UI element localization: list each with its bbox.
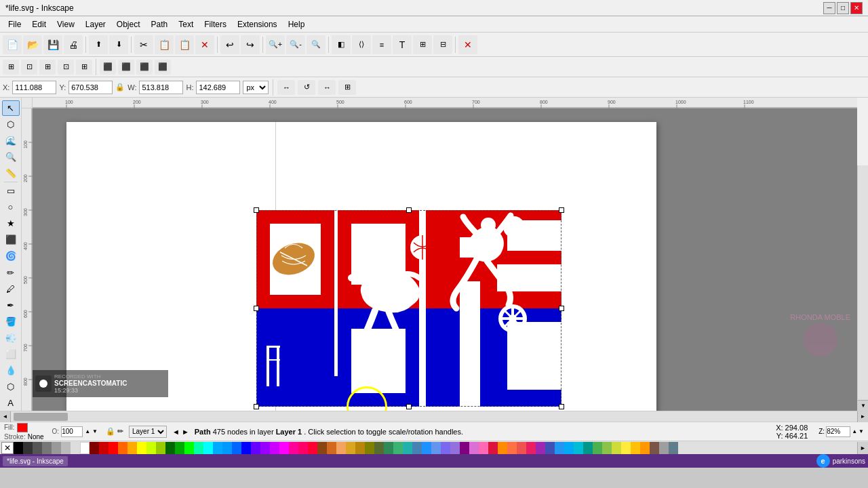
menu-edit[interactable]: Edit xyxy=(26,18,52,30)
layers-button[interactable]: ≡ xyxy=(372,35,391,54)
layer-prev-btn[interactable]: ◄ xyxy=(172,428,180,436)
fill-stroke-button[interactable]: ◧ xyxy=(332,35,351,54)
align-right-btn[interactable]: ⬛ xyxy=(136,60,153,75)
w-input[interactable] xyxy=(139,81,183,94)
palette-scroll-btn[interactable]: ► xyxy=(857,442,868,454)
color-swatch[interactable] xyxy=(669,442,678,454)
opacity-up-btn[interactable]: ▲ xyxy=(85,428,90,434)
handle-ml[interactable] xyxy=(254,306,259,311)
node-tool[interactable]: ⬡ xyxy=(2,117,20,132)
h-input[interactable] xyxy=(196,81,240,94)
snap-btn-2[interactable]: ⊡ xyxy=(21,60,37,75)
y-input[interactable] xyxy=(68,81,113,94)
opacity-input[interactable] xyxy=(61,426,83,437)
star-tool[interactable]: ★ xyxy=(2,216,20,231)
color-swatch[interactable] xyxy=(365,442,374,454)
color-swatch[interactable] xyxy=(127,442,137,454)
minimize-button[interactable]: ─ xyxy=(823,2,835,14)
taskbar-app[interactable]: *life.svg - Inkscape xyxy=(3,456,68,466)
artwork-container[interactable] xyxy=(256,210,561,407)
color-swatch[interactable] xyxy=(251,442,260,454)
zoom-up-btn[interactable]: ▲ xyxy=(852,428,857,434)
zoom-fit-button[interactable]: 🔍 xyxy=(307,35,326,54)
color-swatch[interactable] xyxy=(564,442,574,454)
color-swatch[interactable] xyxy=(222,442,232,454)
delete-button[interactable]: ✕ xyxy=(195,35,214,54)
redo-button[interactable]: ↪ xyxy=(241,35,260,54)
export-button[interactable]: ⬇ xyxy=(109,35,128,54)
scrollbar-h-thumb[interactable] xyxy=(14,413,68,421)
layer-next-btn[interactable]: ► xyxy=(182,428,189,436)
rect-tool[interactable]: ▭ xyxy=(2,183,20,199)
color-swatch[interactable] xyxy=(327,442,336,454)
paste-button[interactable]: 📋 xyxy=(175,35,194,54)
color-swatch[interactable] xyxy=(469,442,479,454)
measure-tool[interactable]: 📏 xyxy=(2,165,20,181)
color-swatch[interactable] xyxy=(403,442,412,454)
color-swatch[interactable] xyxy=(118,442,127,454)
color-swatch[interactable] xyxy=(14,442,23,454)
color-swatch[interactable] xyxy=(80,442,90,454)
color-swatch[interactable] xyxy=(23,442,33,454)
open-button[interactable]: 📂 xyxy=(23,35,42,54)
color-swatch[interactable] xyxy=(260,442,270,454)
handle-br[interactable] xyxy=(559,404,564,409)
menu-object[interactable]: Object xyxy=(111,18,146,30)
color-swatch[interactable] xyxy=(526,442,536,454)
zoom-down-btn[interactable]: ▼ xyxy=(859,428,864,434)
pencil-tool[interactable]: ✏ xyxy=(2,265,20,281)
menu-view[interactable]: View xyxy=(52,18,80,30)
color-swatch[interactable] xyxy=(194,442,203,454)
menu-layer[interactable]: Layer xyxy=(80,18,111,30)
color-swatch[interactable] xyxy=(593,442,602,454)
select-tool[interactable]: ↖ xyxy=(2,100,20,116)
color-swatch[interactable] xyxy=(602,442,612,454)
color-swatch[interactable] xyxy=(488,442,498,454)
color-swatch[interactable] xyxy=(156,442,165,454)
zoom-out-button[interactable]: 🔍- xyxy=(286,35,305,54)
color-swatch[interactable] xyxy=(555,442,564,454)
color-swatch[interactable] xyxy=(279,442,289,454)
import-button[interactable]: ⬆ xyxy=(89,35,108,54)
zoom-tool[interactable]: 🔍 xyxy=(2,149,20,165)
color-swatch[interactable] xyxy=(640,442,650,454)
color-swatch[interactable] xyxy=(71,442,80,454)
xml-editor-button[interactable]: ⟨⟩ xyxy=(352,35,371,54)
color-swatch[interactable] xyxy=(583,442,593,454)
print-button[interactable]: 🖨 xyxy=(64,35,83,54)
color-swatch[interactable] xyxy=(393,442,403,454)
handle-bl[interactable] xyxy=(254,404,259,409)
close-button[interactable]: ✕ xyxy=(850,2,863,14)
color-swatch[interactable] xyxy=(384,442,393,454)
color-swatch[interactable] xyxy=(42,442,52,454)
snap-btn-3[interactable]: ⊞ xyxy=(39,60,56,75)
menu-path[interactable]: Path xyxy=(146,18,174,30)
no-color-swatch[interactable]: ✕ xyxy=(1,442,14,454)
save-button[interactable]: 💾 xyxy=(43,35,62,54)
snap-btn-5[interactable]: ⊞ xyxy=(76,60,92,75)
tweak-tool[interactable]: 🌊 xyxy=(2,133,20,148)
undo-button[interactable]: ↩ xyxy=(220,35,239,54)
unit-select[interactable]: px mm cm in xyxy=(243,81,269,94)
menu-file[interactable]: File xyxy=(3,18,26,30)
color-swatch[interactable] xyxy=(336,442,346,454)
rotate-button[interactable]: ↺ xyxy=(298,80,315,95)
scrollbar-right-btn[interactable]: ► xyxy=(857,411,868,422)
transform-button[interactable]: ⊞ xyxy=(413,35,432,54)
align-left-btn[interactable]: ⬛ xyxy=(100,60,116,75)
color-swatch[interactable] xyxy=(52,442,61,454)
canvas-viewport[interactable]: ↖ RHONDA MOBLE RECORDED WITH SCREENCASTO… xyxy=(33,108,857,411)
color-swatch[interactable] xyxy=(33,442,42,454)
color-swatch[interactable] xyxy=(108,442,118,454)
close-view-button[interactable]: ✕ xyxy=(458,35,477,54)
eyedropper-tool[interactable]: 💧 xyxy=(2,363,20,378)
x-input[interactable] xyxy=(12,81,56,94)
connector-tool[interactable]: ⬡ xyxy=(2,379,20,394)
layer-select[interactable]: Layer 1 xyxy=(129,426,167,438)
color-swatch[interactable] xyxy=(441,442,450,454)
handle-bc[interactable] xyxy=(406,404,412,409)
canvas-area[interactable]: 100 200 300 400 500 600 700 800 xyxy=(22,98,868,411)
color-swatch[interactable] xyxy=(422,442,431,454)
zoom-in-button[interactable]: 🔍+ xyxy=(266,35,285,54)
menu-extensions[interactable]: Extensions xyxy=(232,18,283,30)
